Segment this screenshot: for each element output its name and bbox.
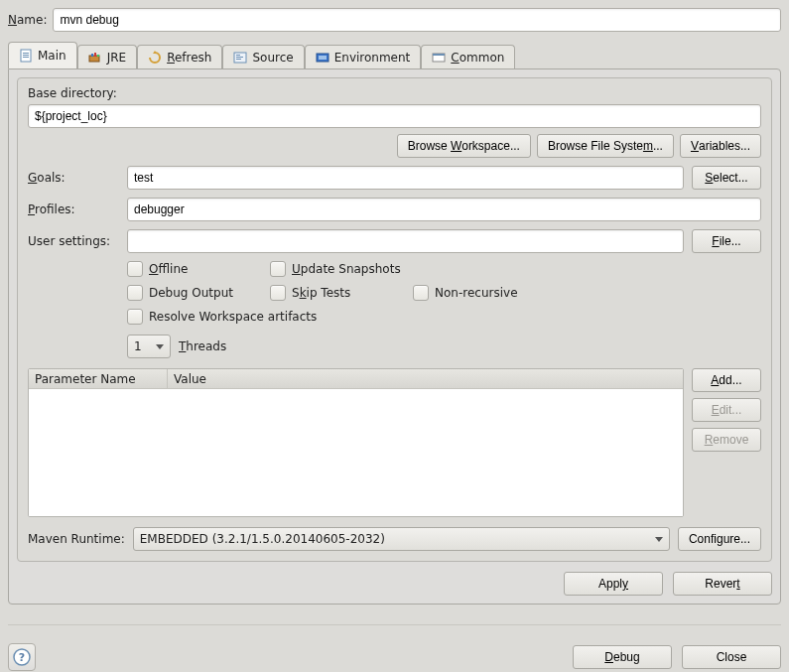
basedir-input[interactable] — [28, 104, 761, 128]
browse-filesystem-button[interactable]: Browse File System... — [537, 134, 674, 158]
svg-rect-6 — [94, 53, 96, 57]
tab-main[interactable]: Main — [8, 42, 77, 68]
tab-label: JRE — [107, 51, 126, 65]
revert-button[interactable]: Revert — [673, 572, 772, 596]
profiles-label: Profiles: — [28, 202, 119, 216]
goals-label: Goals: — [28, 171, 119, 185]
browse-workspace-button[interactable]: Browse Workspace... — [397, 134, 531, 158]
tab-source[interactable]: Source — [222, 45, 304, 69]
param-edit-button: Edit... — [692, 398, 761, 422]
svg-rect-5 — [91, 54, 93, 57]
tab-environment[interactable]: Environment — [305, 45, 422, 69]
profiles-input[interactable] — [127, 198, 761, 221]
non-recursive-checkbox[interactable]: Non-recursive — [413, 285, 532, 301]
update-snapshots-checkbox[interactable]: Update Snapshots — [270, 261, 401, 277]
name-label: Name: — [8, 13, 47, 27]
tab-jre[interactable]: JRE — [77, 45, 137, 69]
resolve-workspace-checkbox[interactable]: Resolve Workspace artifacts — [127, 309, 317, 325]
svg-rect-10 — [236, 57, 243, 58]
usersettings-input[interactable] — [127, 229, 684, 253]
svg-rect-3 — [23, 57, 29, 58]
svg-rect-1 — [23, 53, 29, 54]
parameter-table[interactable]: Parameter Name Value — [28, 368, 684, 517]
goals-input[interactable] — [127, 166, 684, 190]
svg-text:?: ? — [19, 651, 25, 664]
usersettings-file-button[interactable]: File... — [692, 229, 761, 253]
param-add-button[interactable]: Add... — [692, 368, 761, 392]
tab-refresh[interactable]: Refresh — [137, 45, 222, 69]
source-icon — [233, 51, 247, 65]
tab-common[interactable]: Common — [421, 45, 515, 69]
common-icon — [432, 51, 446, 65]
refresh-icon — [148, 51, 162, 65]
svg-rect-2 — [23, 55, 29, 56]
offline-checkbox[interactable]: Offline — [127, 261, 246, 277]
svg-rect-13 — [319, 56, 327, 60]
goals-select-button[interactable]: Select... — [692, 166, 761, 190]
help-button[interactable]: ? — [8, 643, 36, 671]
runtime-label: Maven Runtime: — [28, 532, 125, 546]
variables-button[interactable]: Variables... — [680, 134, 761, 158]
col-value[interactable]: Value — [168, 369, 683, 388]
separator — [8, 624, 781, 625]
param-remove-button: Remove — [692, 428, 761, 452]
file-icon — [19, 49, 33, 63]
usersettings-label: User settings: — [28, 234, 119, 248]
help-icon: ? — [13, 648, 31, 666]
main-group: Base directory: Browse Workspace... Brow… — [17, 77, 772, 562]
svg-rect-9 — [236, 55, 240, 56]
threads-label: Threads — [179, 339, 226, 353]
tab-label: Common — [451, 51, 504, 65]
svg-rect-11 — [236, 59, 241, 60]
tab-label: Source — [252, 51, 293, 65]
parameter-table-body[interactable] — [29, 389, 683, 516]
debug-output-checkbox[interactable]: Debug Output — [127, 285, 246, 301]
tab-label: Environment — [334, 51, 411, 65]
runtime-configure-button[interactable]: Configure... — [678, 527, 761, 551]
svg-rect-7 — [97, 55, 99, 57]
debug-button[interactable]: Debug — [573, 645, 672, 669]
threads-select[interactable]: 1 — [127, 335, 171, 358]
parameter-table-header: Parameter Name Value — [29, 369, 683, 389]
environment-icon — [316, 51, 329, 65]
close-button[interactable]: Close — [682, 645, 781, 669]
tab-panel-main: Base directory: Browse Workspace... Brow… — [8, 68, 781, 605]
apply-button[interactable]: Apply — [564, 572, 663, 596]
jre-icon — [88, 51, 102, 65]
col-parameter-name[interactable]: Parameter Name — [29, 369, 168, 388]
name-input[interactable] — [53, 8, 781, 32]
basedir-label: Base directory: — [28, 86, 761, 100]
tab-label: Main — [38, 49, 66, 63]
svg-rect-15 — [433, 54, 445, 56]
tab-label: Refresh — [167, 51, 211, 65]
tab-strip: Main JRE Refresh Source Environment Comm… — [8, 42, 781, 68]
skip-tests-checkbox[interactable]: Skip Tests — [270, 285, 389, 301]
runtime-select[interactable]: EMBEDDED (3.2.1/1.5.0.20140605-2032) — [133, 527, 670, 551]
